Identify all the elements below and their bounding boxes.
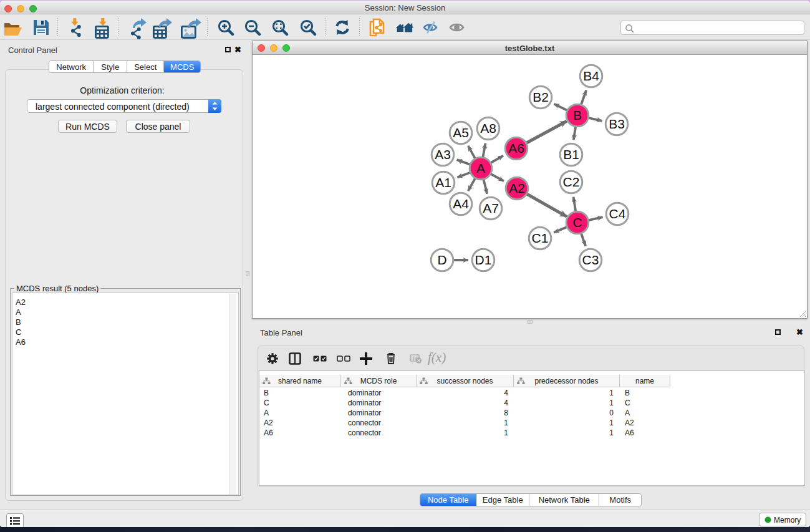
svg-text:C4: C4 — [609, 206, 626, 221]
svg-text:A1: A1 — [435, 175, 451, 190]
svg-text:A6: A6 — [508, 141, 524, 155]
svg-text:A: A — [476, 161, 485, 175]
svg-text:B4: B4 — [583, 69, 599, 83]
svg-text:D: D — [437, 253, 446, 267]
svg-text:A7: A7 — [483, 201, 499, 215]
svg-text:B2: B2 — [533, 90, 549, 104]
svg-text:D1: D1 — [475, 253, 492, 267]
svg-text:B1: B1 — [563, 147, 579, 162]
svg-text:B: B — [573, 108, 582, 122]
svg-text:A2: A2 — [509, 181, 525, 195]
svg-text:C2: C2 — [563, 175, 580, 189]
svg-text:A5: A5 — [453, 125, 469, 140]
svg-text:C1: C1 — [532, 231, 549, 245]
svg-text:C: C — [572, 215, 582, 230]
svg-text:A4: A4 — [453, 196, 469, 211]
svg-text:A8: A8 — [480, 121, 496, 135]
svg-text:A3: A3 — [435, 147, 451, 162]
svg-text:C3: C3 — [582, 253, 599, 267]
svg-text:B3: B3 — [609, 117, 625, 131]
